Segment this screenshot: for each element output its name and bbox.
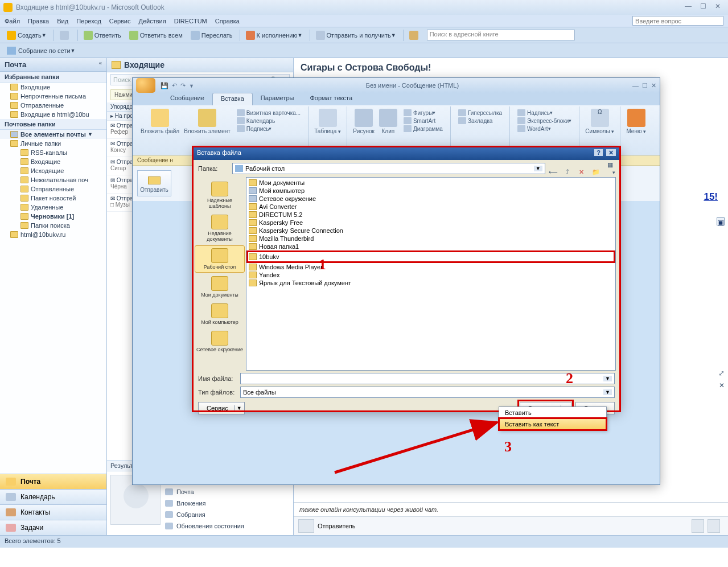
tab-insert[interactable]: Вставка (212, 93, 253, 105)
file-item[interactable]: Windows Media Player (248, 263, 614, 271)
menu-actions[interactable]: Действия (139, 18, 166, 24)
textbox-button[interactable]: Надпись ▾ (516, 109, 573, 117)
file-item[interactable]: Kaspersky Free (248, 219, 614, 227)
filetype-combo[interactable]: Все файлы▼ (240, 387, 615, 398)
attach-file-button[interactable]: Вложить файл (138, 108, 182, 135)
nav-contacts-button[interactable]: Контакты (0, 504, 106, 520)
up-icon[interactable]: ⤴ (563, 169, 572, 175)
contact-row[interactable]: Собрания (165, 509, 244, 520)
file-item[interactable]: Мой компьютер (248, 187, 614, 195)
online-meeting-button[interactable]: Собрание по сети ▼ (3, 46, 79, 56)
bookmark-button[interactable]: Закладка (456, 117, 504, 125)
minimize-button[interactable]: — (681, 2, 695, 13)
contact-row[interactable]: Вложения (165, 498, 244, 509)
compose-close[interactable]: ✕ (651, 82, 656, 89)
menu-insert-as-text[interactable]: Вставить как текст (499, 418, 606, 430)
file-item[interactable]: DIRECTUM 5.2 (248, 211, 614, 219)
favorites-header[interactable]: Избранные папки (0, 72, 106, 83)
help-question-input[interactable] (632, 16, 723, 26)
undo-icon[interactable]: ↶ (172, 82, 177, 89)
menu-file[interactable]: Файл (5, 18, 20, 24)
expand-icon[interactable]: ⤢ (718, 369, 725, 377)
attach-item-button[interactable]: Вложить элемент (182, 108, 233, 135)
file-item[interactable]: Yandex (248, 271, 614, 279)
tree-folder[interactable]: Личные папки (0, 139, 106, 148)
followup-button[interactable]: К исполнению ▼ (242, 30, 306, 41)
directum-menu-button[interactable]: Меню ▾ (624, 108, 648, 135)
fav-folder[interactable]: Непрочтенные письма (0, 92, 106, 101)
file-item[interactable]: Мои документы (248, 179, 614, 187)
views-icon[interactable]: ▦▾ (606, 161, 615, 175)
tree-folder[interactable]: RSS-каналы (0, 148, 106, 157)
filename-input[interactable]: ▼ (240, 373, 615, 384)
fav-folder[interactable]: Входящие в html@10bu (0, 110, 106, 119)
send-receive-button[interactable]: Отправить и получить ▼ (312, 30, 400, 41)
contact-row[interactable]: Почта (165, 486, 244, 498)
mail-folders-header[interactable]: Почтовые папки (0, 119, 106, 130)
folder-combo[interactable]: Рабочий стол▼ (232, 163, 545, 174)
tree-folder[interactable]: Папки поиска (0, 221, 106, 230)
clip-button[interactable]: Клип (377, 108, 400, 135)
redo-icon[interactable]: ↷ (180, 82, 186, 89)
calendar-button[interactable]: Календарь (235, 117, 302, 125)
file-item[interactable]: Kaspersky Secure Connection (248, 227, 614, 235)
place-item[interactable]: Мой компьютер (195, 301, 245, 327)
reply-all-button[interactable]: Ответить всем (126, 30, 186, 41)
collapse-icon[interactable]: ▣ (717, 217, 725, 225)
file-item[interactable]: Ярлык для Текстовый документ (248, 279, 614, 287)
fav-folder[interactable]: Отправленные (0, 101, 106, 110)
back-icon[interactable]: ⟵ (549, 169, 558, 176)
tab-format[interactable]: Формат текста (302, 93, 360, 105)
tab-options[interactable]: Параметры (253, 93, 302, 105)
nav-calendar-button[interactable]: Календарь (0, 489, 106, 504)
tree-folder[interactable]: Отправленные (0, 184, 106, 194)
delete-icon[interactable]: ✕ (577, 169, 586, 176)
table-button[interactable]: Таблица ▾ (312, 108, 343, 135)
maximize-button[interactable]: ☐ (696, 2, 710, 13)
compose-maximize[interactable]: ☐ (642, 82, 648, 89)
smartart-button[interactable]: SmartArt (402, 117, 445, 125)
address-search-input[interactable]: Поиск в адресной книге (427, 30, 575, 40)
file-item[interactable]: 10bukv (248, 252, 614, 262)
body-date-link[interactable]: 15! (704, 191, 718, 202)
create-button[interactable]: Создать ▼ (3, 30, 50, 41)
reply-button[interactable]: Ответить (80, 30, 125, 41)
nav-mail-button[interactable]: Почта (0, 474, 106, 489)
business-card-button[interactable]: Визитная карточка... (235, 109, 302, 117)
service-button[interactable]: Сервис▼ (198, 402, 245, 414)
menu-insert[interactable]: Вставить (499, 407, 606, 418)
print-icon[interactable] (56, 30, 74, 41)
file-item[interactable]: Сетевое окружение (248, 195, 614, 203)
dialog-close-button[interactable]: ✕ (606, 149, 616, 156)
menu-help[interactable]: Справка (215, 18, 240, 24)
tree-folder[interactable]: Черновики [1] (0, 212, 106, 221)
close-button[interactable]: ✕ (711, 2, 725, 13)
file-item[interactable]: Mozilla Thunderbird (248, 235, 614, 243)
menu-edit[interactable]: Правка (28, 18, 49, 24)
menu-directum[interactable]: DIRECTUM (174, 18, 207, 24)
symbols-button[interactable]: ΩСимволы ▾ (583, 108, 616, 135)
forward-button[interactable]: Переслать (187, 30, 236, 41)
tree-folder[interactable]: html@10bukv.ru (0, 230, 106, 239)
place-item[interactable]: Сетевое окружение (195, 328, 245, 355)
fav-folder[interactable]: Входящие (0, 83, 106, 92)
tree-folder[interactable]: Пакет новостей (0, 194, 106, 203)
hyperlink-button[interactable]: Гиперссылка (456, 109, 504, 117)
send-button[interactable]: Отправить (137, 170, 171, 196)
file-item[interactable]: Avi Converter (248, 203, 614, 211)
addressbook-icon[interactable] (406, 30, 423, 41)
tree-folder[interactable]: Исходящие (0, 166, 106, 175)
menu-go[interactable]: Переход (76, 18, 101, 24)
place-item[interactable]: Рабочий стол (195, 245, 245, 273)
compose-minimize[interactable]: — (632, 82, 639, 89)
chart-button[interactable]: Диаграмма (402, 125, 445, 133)
close-pane-icon[interactable]: ✕ (719, 381, 725, 389)
wordart-button[interactable]: WordArt ▾ (516, 125, 573, 133)
place-item[interactable]: Надежные шаблоны (195, 179, 245, 211)
quickparts-button[interactable]: Экспресс-блоки ▾ (516, 117, 573, 125)
nav-tasks-button[interactable]: Задачи (0, 520, 106, 535)
tree-folder[interactable]: Входящие (0, 157, 106, 166)
file-list[interactable]: Мои документыМой компьютерСетевое окруже… (246, 177, 616, 371)
signature-button[interactable]: Подпись ▾ (235, 125, 302, 133)
menu-tools[interactable]: Сервис (109, 18, 131, 24)
